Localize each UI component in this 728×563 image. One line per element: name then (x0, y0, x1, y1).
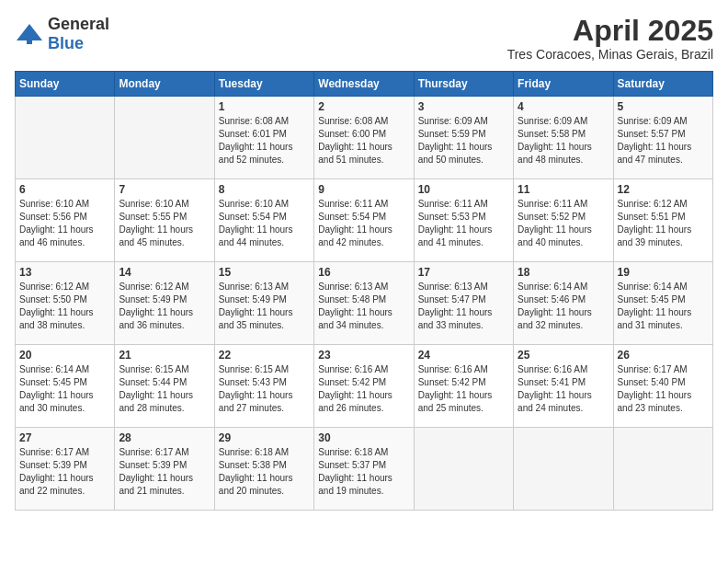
calendar-cell (16, 97, 115, 179)
calendar-week-row: 20Sunrise: 6:14 AMSunset: 5:45 PMDayligh… (16, 345, 713, 428)
day-info: Sunrise: 6:14 AMSunset: 5:45 PMDaylight:… (19, 363, 110, 415)
weekday-header: Saturday (613, 72, 712, 97)
calendar-cell: 19Sunrise: 6:14 AMSunset: 5:45 PMDayligh… (613, 262, 712, 345)
calendar-cell: 7Sunrise: 6:10 AMSunset: 5:55 PMDaylight… (115, 179, 214, 262)
day-number: 9 (318, 183, 409, 196)
day-number: 24 (418, 349, 509, 362)
calendar-week-row: 13Sunrise: 6:12 AMSunset: 5:50 PMDayligh… (16, 262, 713, 345)
logo: General Blue (15, 15, 109, 53)
weekday-header: Wednesday (314, 72, 414, 97)
header: General Blue April 2025 Tres Coracoes, M… (15, 15, 713, 62)
calendar-cell: 29Sunrise: 6:18 AMSunset: 5:38 PMDayligh… (214, 428, 313, 511)
weekday-header-row: SundayMondayTuesdayWednesdayThursdayFrid… (16, 72, 713, 97)
day-number: 4 (518, 100, 609, 113)
calendar-cell (414, 428, 513, 511)
day-info: Sunrise: 6:16 AMSunset: 5:41 PMDaylight:… (518, 363, 609, 415)
day-info: Sunrise: 6:11 AMSunset: 5:53 PMDaylight:… (418, 198, 509, 249)
calendar-cell: 21Sunrise: 6:15 AMSunset: 5:44 PMDayligh… (115, 345, 214, 428)
day-number: 1 (219, 100, 310, 113)
day-number: 12 (618, 183, 709, 196)
day-info: Sunrise: 6:17 AMSunset: 5:39 PMDaylight:… (119, 446, 210, 498)
day-info: Sunrise: 6:09 AMSunset: 5:58 PMDaylight:… (518, 115, 609, 167)
calendar-cell: 6Sunrise: 6:10 AMSunset: 5:56 PMDaylight… (16, 179, 115, 262)
day-number: 18 (518, 266, 609, 279)
calendar-cell: 8Sunrise: 6:10 AMSunset: 5:54 PMDaylight… (214, 179, 313, 262)
weekday-header: Friday (514, 72, 613, 97)
svg-marker-0 (17, 24, 42, 40)
calendar-cell: 17Sunrise: 6:13 AMSunset: 5:47 PMDayligh… (414, 262, 513, 345)
calendar-cell: 10Sunrise: 6:11 AMSunset: 5:53 PMDayligh… (414, 179, 513, 262)
day-number: 29 (219, 431, 310, 444)
day-number: 27 (19, 431, 110, 444)
calendar-cell: 16Sunrise: 6:13 AMSunset: 5:48 PMDayligh… (314, 262, 414, 345)
calendar-table: SundayMondayTuesdayWednesdayThursdayFrid… (15, 71, 713, 511)
calendar-cell (613, 428, 712, 511)
calendar-title: April 2025 (507, 15, 713, 47)
calendar-week-row: 1Sunrise: 6:08 AMSunset: 6:01 PMDaylight… (16, 97, 713, 179)
day-number: 13 (19, 266, 110, 279)
day-number: 26 (618, 349, 709, 362)
logo-icon (15, 22, 44, 46)
calendar-cell: 18Sunrise: 6:14 AMSunset: 5:46 PMDayligh… (514, 262, 613, 345)
day-info: Sunrise: 6:13 AMSunset: 5:49 PMDaylight:… (219, 281, 310, 332)
weekday-header: Monday (115, 72, 214, 97)
calendar-cell: 15Sunrise: 6:13 AMSunset: 5:49 PMDayligh… (214, 262, 313, 345)
day-info: Sunrise: 6:12 AMSunset: 5:49 PMDaylight:… (119, 281, 210, 332)
calendar-cell: 9Sunrise: 6:11 AMSunset: 5:54 PMDaylight… (314, 179, 414, 262)
calendar-cell: 24Sunrise: 6:16 AMSunset: 5:42 PMDayligh… (414, 345, 513, 428)
right-header: April 2025 Tres Coracoes, Minas Gerais, … (507, 15, 713, 62)
day-info: Sunrise: 6:13 AMSunset: 5:47 PMDaylight:… (418, 281, 509, 332)
day-number: 22 (219, 349, 310, 362)
calendar-cell: 4Sunrise: 6:09 AMSunset: 5:58 PMDaylight… (514, 97, 613, 179)
calendar-cell: 1Sunrise: 6:08 AMSunset: 6:01 PMDaylight… (214, 97, 313, 179)
day-info: Sunrise: 6:16 AMSunset: 5:42 PMDaylight:… (418, 363, 509, 415)
day-info: Sunrise: 6:18 AMSunset: 5:38 PMDaylight:… (219, 446, 310, 498)
day-number: 30 (318, 431, 409, 444)
calendar-cell: 23Sunrise: 6:16 AMSunset: 5:42 PMDayligh… (314, 345, 414, 428)
calendar-cell: 11Sunrise: 6:11 AMSunset: 5:52 PMDayligh… (514, 179, 613, 262)
day-info: Sunrise: 6:16 AMSunset: 5:42 PMDaylight:… (318, 363, 409, 415)
day-info: Sunrise: 6:18 AMSunset: 5:37 PMDaylight:… (318, 446, 409, 498)
day-number: 11 (518, 183, 609, 196)
day-number: 5 (618, 100, 709, 113)
day-info: Sunrise: 6:12 AMSunset: 5:50 PMDaylight:… (19, 281, 110, 332)
day-info: Sunrise: 6:17 AMSunset: 5:39 PMDaylight:… (19, 446, 110, 498)
calendar-week-row: 6Sunrise: 6:10 AMSunset: 5:56 PMDaylight… (16, 179, 713, 262)
weekday-header: Tuesday (214, 72, 313, 97)
calendar-cell: 14Sunrise: 6:12 AMSunset: 5:49 PMDayligh… (115, 262, 214, 345)
weekday-header: Sunday (16, 72, 115, 97)
calendar-cell: 13Sunrise: 6:12 AMSunset: 5:50 PMDayligh… (16, 262, 115, 345)
day-info: Sunrise: 6:14 AMSunset: 5:46 PMDaylight:… (518, 281, 609, 332)
calendar-cell: 2Sunrise: 6:08 AMSunset: 6:00 PMDaylight… (314, 97, 414, 179)
day-number: 7 (119, 183, 210, 196)
svg-rect-1 (27, 40, 32, 44)
day-number: 25 (518, 349, 609, 362)
day-info: Sunrise: 6:10 AMSunset: 5:56 PMDaylight:… (19, 198, 110, 249)
day-info: Sunrise: 6:12 AMSunset: 5:51 PMDaylight:… (618, 198, 709, 249)
day-info: Sunrise: 6:17 AMSunset: 5:40 PMDaylight:… (618, 363, 709, 415)
day-number: 16 (318, 266, 409, 279)
calendar-cell: 30Sunrise: 6:18 AMSunset: 5:37 PMDayligh… (314, 428, 414, 511)
day-number: 20 (19, 349, 110, 362)
calendar-cell (514, 428, 613, 511)
day-number: 8 (219, 183, 310, 196)
calendar-subtitle: Tres Coracoes, Minas Gerais, Brazil (507, 47, 713, 62)
day-info: Sunrise: 6:14 AMSunset: 5:45 PMDaylight:… (618, 281, 709, 332)
day-number: 23 (318, 349, 409, 362)
day-info: Sunrise: 6:15 AMSunset: 5:44 PMDaylight:… (119, 363, 210, 415)
logo-general: General (48, 15, 109, 33)
day-info: Sunrise: 6:15 AMSunset: 5:43 PMDaylight:… (219, 363, 310, 415)
day-info: Sunrise: 6:08 AMSunset: 6:00 PMDaylight:… (318, 115, 409, 167)
calendar-cell: 28Sunrise: 6:17 AMSunset: 5:39 PMDayligh… (115, 428, 214, 511)
day-number: 3 (418, 100, 509, 113)
day-number: 10 (418, 183, 509, 196)
day-number: 2 (318, 100, 409, 113)
day-number: 17 (418, 266, 509, 279)
calendar-cell: 25Sunrise: 6:16 AMSunset: 5:41 PMDayligh… (514, 345, 613, 428)
calendar-cell: 27Sunrise: 6:17 AMSunset: 5:39 PMDayligh… (16, 428, 115, 511)
calendar-cell (115, 97, 214, 179)
calendar-cell: 5Sunrise: 6:09 AMSunset: 5:57 PMDaylight… (613, 97, 712, 179)
calendar-cell: 22Sunrise: 6:15 AMSunset: 5:43 PMDayligh… (214, 345, 313, 428)
day-number: 28 (119, 431, 210, 444)
calendar-cell: 26Sunrise: 6:17 AMSunset: 5:40 PMDayligh… (613, 345, 712, 428)
